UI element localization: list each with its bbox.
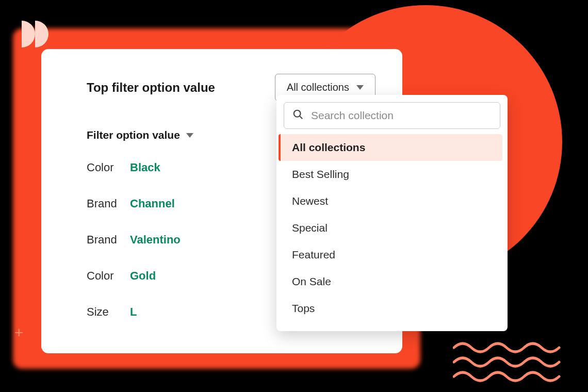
row-key: Color bbox=[87, 161, 130, 174]
column-header-filter-option-value[interactable]: Filter option value bbox=[87, 129, 193, 141]
dropdown-item[interactable]: Special bbox=[282, 215, 502, 241]
caret-down-icon bbox=[186, 133, 193, 138]
row-key: Size bbox=[87, 305, 130, 319]
dropdown-item[interactable]: Newest bbox=[282, 188, 502, 215]
dropdown-item[interactable]: All collections bbox=[279, 134, 502, 161]
dropdown-item[interactable]: On Sale bbox=[282, 268, 502, 295]
search-container[interactable] bbox=[284, 102, 500, 129]
row-key: Brand bbox=[87, 197, 130, 210]
row-value: L bbox=[130, 305, 137, 319]
decorative-waves-icon bbox=[453, 341, 561, 383]
svg-line-1 bbox=[300, 116, 303, 119]
decorative-plus-icon: + bbox=[14, 324, 24, 341]
collections-menu: All collectionsBest SellingNewestSpecial… bbox=[282, 134, 502, 322]
dropdown-item[interactable]: Featured bbox=[282, 241, 502, 268]
collections-dropdown: All collectionsBest SellingNewestSpecial… bbox=[276, 95, 508, 331]
collections-select-label: All collections bbox=[287, 81, 349, 93]
row-key: Color bbox=[87, 269, 130, 283]
caret-down-icon bbox=[356, 85, 364, 90]
card-title: Top filter option value bbox=[87, 80, 215, 95]
dropdown-item[interactable]: Tops bbox=[282, 295, 502, 322]
decorative-semicircles-icon bbox=[22, 21, 48, 47]
svg-point-0 bbox=[294, 110, 301, 117]
row-value: Black bbox=[130, 161, 160, 174]
row-value: Gold bbox=[130, 269, 156, 283]
row-value: Channel bbox=[130, 197, 175, 210]
search-icon bbox=[292, 109, 304, 122]
row-key: Brand bbox=[87, 233, 130, 247]
column-header-label: Filter option value bbox=[87, 129, 180, 141]
dropdown-item[interactable]: Best Selling bbox=[282, 161, 502, 188]
row-value: Valentino bbox=[130, 233, 181, 247]
search-input[interactable] bbox=[311, 109, 492, 122]
